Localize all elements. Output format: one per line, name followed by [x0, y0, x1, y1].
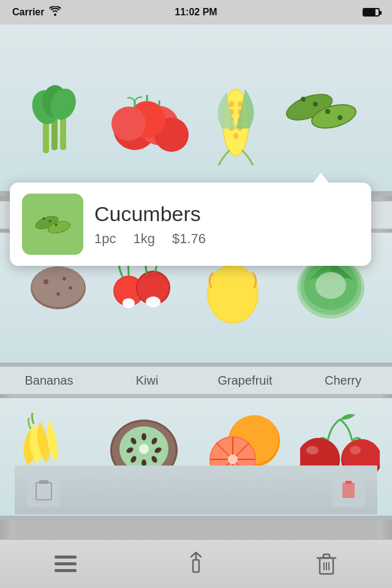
svg-rect-87	[342, 483, 355, 498]
label-kiwi[interactable]: Kiwi	[98, 374, 196, 388]
popup-image	[22, 194, 83, 255]
popup-details: 1pc 1kg $1.76	[94, 231, 359, 247]
svg-point-38	[69, 286, 72, 290]
svg-point-78	[228, 454, 238, 464]
svg-rect-86	[39, 480, 48, 484]
svg-point-56	[48, 220, 51, 222]
svg-point-10	[111, 107, 146, 141]
svg-point-44	[146, 296, 160, 307]
svg-rect-89	[55, 556, 77, 559]
svg-point-16	[229, 101, 234, 107]
popup-weight: 1kg	[133, 231, 154, 247]
svg-rect-90	[55, 562, 77, 565]
popup-quantity: 1pc	[94, 231, 116, 247]
top-shelf	[0, 24, 392, 196]
svg-point-57	[55, 224, 57, 226]
popup-info: Cucumbers 1pc 1kg $1.76	[94, 202, 359, 247]
svg-point-29	[301, 97, 306, 102]
svg-point-46	[208, 266, 257, 322]
time-label: 11:02 PM	[175, 7, 217, 17]
trash-button[interactable]	[308, 549, 345, 579]
svg-rect-85	[36, 483, 51, 500]
tomatoes-item[interactable]	[104, 80, 190, 159]
label-bananas[interactable]: Bananas	[0, 374, 98, 388]
corn-item[interactable]	[208, 55, 263, 165]
svg-rect-92	[193, 560, 199, 572]
menu-button[interactable]	[47, 549, 84, 579]
svg-rect-91	[55, 569, 77, 572]
svg-point-37	[56, 292, 60, 296]
svg-rect-88	[345, 481, 352, 484]
carrier-label: Carrier	[12, 7, 44, 18]
label-cherry[interactable]: Cherry	[294, 374, 392, 388]
battery-icon	[363, 8, 380, 17]
svg-point-36	[62, 277, 66, 281]
svg-point-35	[43, 279, 48, 284]
popup-title: Cucumbers	[94, 202, 359, 226]
svg-point-34	[32, 266, 85, 307]
share-button[interactable]	[178, 549, 214, 579]
label-grapefruit[interactable]: Grapefruit	[196, 374, 294, 388]
drawer-item-right	[331, 473, 365, 507]
shelf2-label-bar: Bananas Kiwi Grapefruit Cherry	[0, 366, 392, 394]
celery-item[interactable]	[24, 61, 80, 159]
status-bar: Carrier 11:02 PM	[0, 0, 392, 24]
wifi-icon	[49, 6, 61, 18]
svg-point-43	[123, 298, 135, 308]
svg-point-24	[233, 133, 238, 139]
drawer-area	[15, 466, 377, 514]
svg-point-55	[42, 217, 45, 220]
fridge-container: Potato Radishes Yello... 2 Cabbage	[0, 24, 392, 564]
svg-point-61	[139, 444, 149, 454]
drawer-item-left	[27, 473, 61, 507]
popup-tooltip: Cucumbers 1pc 1kg $1.76	[10, 183, 371, 266]
svg-point-31	[325, 109, 330, 114]
svg-point-30	[313, 102, 318, 107]
popup-price: $1.76	[172, 231, 206, 247]
svg-point-84	[350, 446, 361, 454]
toolbar	[0, 539, 392, 588]
svg-point-63	[141, 433, 146, 440]
svg-rect-95	[323, 554, 330, 558]
svg-point-83	[306, 446, 318, 454]
svg-point-32	[337, 115, 342, 120]
cucumbers-item[interactable]	[276, 74, 368, 147]
svg-point-50	[315, 272, 346, 299]
